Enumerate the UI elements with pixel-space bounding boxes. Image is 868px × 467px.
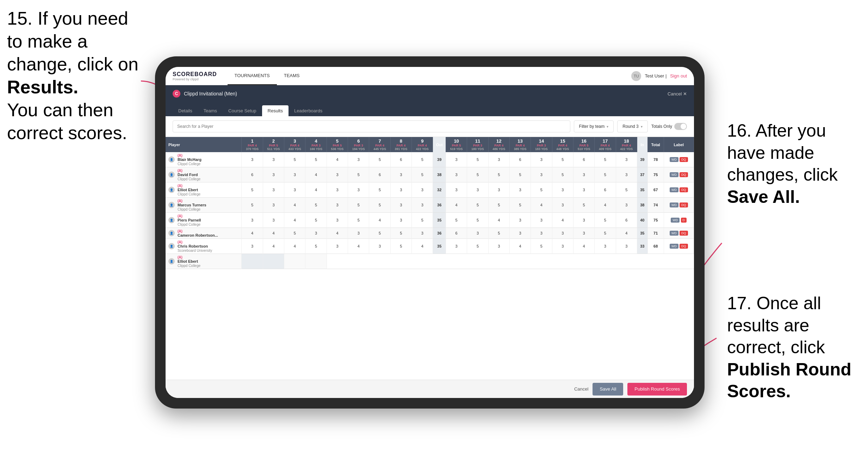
hole-12-score[interactable]: 3: [488, 182, 509, 198]
hole-10-score[interactable]: 6: [446, 228, 467, 239]
hole-18-score[interactable]: 6: [616, 213, 637, 228]
hole-18-score[interactable]: 3: [616, 152, 637, 167]
hole-14-score[interactable]: 3: [531, 167, 552, 182]
hole-9-score[interactable]: 4: [412, 239, 433, 254]
hole-7-score[interactable]: 5: [369, 182, 390, 198]
publish-round-scores-button[interactable]: Publish Round Scores: [627, 383, 687, 396]
search-input[interactable]: [173, 120, 570, 132]
hole-16-score[interactable]: 3: [573, 167, 594, 182]
hole-18-score[interactable]: 3: [616, 239, 637, 254]
hole-17-score[interactable]: 4: [595, 198, 616, 213]
filter-team-button[interactable]: Filter by team ▾: [574, 120, 614, 132]
hole-17-score[interactable]: 5: [595, 167, 616, 182]
hole-3-score[interactable]: 4: [284, 239, 305, 254]
hole-1-score[interactable]: 3: [242, 239, 263, 254]
hole-5-score[interactable]: 3: [327, 198, 348, 213]
hole-17-score[interactable]: 5: [595, 152, 616, 167]
hole-8-score[interactable]: 5: [390, 239, 411, 254]
hole-11-score[interactable]: 5: [467, 152, 488, 167]
hole-9-score[interactable]: 3: [412, 182, 433, 198]
hole-5-score[interactable]: 3: [327, 167, 348, 182]
hole-11-score[interactable]: 3: [467, 182, 488, 198]
wd-button[interactable]: WD: [670, 157, 678, 162]
hole-13-score[interactable]: 5: [509, 167, 531, 182]
hole-1-score[interactable]: 3: [242, 213, 263, 228]
hole-12-score[interactable]: 5: [488, 198, 509, 213]
hole-16-score[interactable]: 5: [573, 198, 594, 213]
dq-button[interactable]: D: [681, 218, 687, 223]
hole-3-score[interactable]: 3: [284, 182, 305, 198]
hole-4-score[interactable]: 5: [305, 198, 327, 213]
hole-14-score[interactable]: 3: [531, 213, 552, 228]
wd-button[interactable]: WD: [670, 231, 678, 236]
hole-12-score[interactable]: 4: [488, 213, 509, 228]
hole-2-score[interactable]: 3: [263, 198, 284, 213]
hole-12-score[interactable]: 3: [488, 152, 509, 167]
hole-14-score[interactable]: 5: [531, 239, 552, 254]
hole-10-score[interactable]: 3: [446, 152, 467, 167]
nav-link-teams[interactable]: TEAMS: [277, 67, 307, 85]
hole-17-score[interactable]: 5: [595, 228, 616, 239]
hole-8-score[interactable]: 3: [390, 198, 411, 213]
hole-6-score[interactable]: 5: [348, 213, 369, 228]
hole-2-score[interactable]: 3: [263, 182, 284, 198]
tab-course-setup[interactable]: Course Setup: [223, 105, 262, 116]
hole-9-score[interactable]: 5: [412, 152, 433, 167]
hole-1-score[interactable]: 6: [242, 167, 263, 182]
hole-6-score[interactable]: 4: [348, 239, 369, 254]
hole-8-score[interactable]: 6: [390, 152, 411, 167]
hole-4-score[interactable]: 5: [305, 213, 327, 228]
hole-4-score[interactable]: 4: [305, 167, 327, 182]
hole-14-score[interactable]: 3: [531, 228, 552, 239]
hole-8-score[interactable]: 5: [390, 228, 411, 239]
hole-7-score[interactable]: 5: [369, 198, 390, 213]
round-selector[interactable]: Round 3 ▾: [617, 120, 647, 132]
hole-9-score[interactable]: 3: [412, 228, 433, 239]
hole-17-score[interactable]: 6: [595, 182, 616, 198]
hole-3-score[interactable]: 3: [284, 167, 305, 182]
hole-1-score[interactable]: 5: [242, 198, 263, 213]
hole-9-score[interactable]: 3: [412, 198, 433, 213]
hole-13-score[interactable]: 3: [509, 228, 531, 239]
hole-4-score[interactable]: 5: [305, 239, 327, 254]
cancel-action-btn[interactable]: Cancel: [574, 386, 588, 392]
hole-7-score[interactable]: 5: [369, 152, 390, 167]
hole-8-score[interactable]: 3: [390, 182, 411, 198]
hole-7-score[interactable]: 5: [369, 228, 390, 239]
hole-7-score[interactable]: 4: [369, 213, 390, 228]
hole-16-score[interactable]: 3: [573, 213, 594, 228]
hole-12-score[interactable]: 3: [488, 239, 509, 254]
hole-10-score[interactable]: 3: [446, 182, 467, 198]
hole-2-score[interactable]: 4: [263, 228, 284, 239]
hole-8-score[interactable]: 3: [390, 167, 411, 182]
hole-5-score[interactable]: 4: [327, 228, 348, 239]
wd-button[interactable]: WD: [671, 218, 680, 223]
hole-3-score[interactable]: 5: [284, 152, 305, 167]
hole-13-score[interactable]: 3: [509, 182, 531, 198]
sign-out-link[interactable]: Sign out: [670, 73, 687, 79]
hole-4-score[interactable]: 5: [305, 152, 327, 167]
hole-6-score[interactable]: 3: [348, 228, 369, 239]
hole-18-score[interactable]: 4: [616, 228, 637, 239]
hole-15-score[interactable]: 5: [552, 167, 573, 182]
hole-10-score[interactable]: 5: [446, 213, 467, 228]
totals-only-toggle[interactable]: Totals Only: [651, 123, 687, 130]
hole-1-score[interactable]: 4: [242, 228, 263, 239]
hole-2-score[interactable]: 3: [263, 152, 284, 167]
hole-18-score[interactable]: 3: [616, 167, 637, 182]
wd-button[interactable]: WD: [670, 244, 678, 249]
hole-3-score[interactable]: 4: [284, 213, 305, 228]
hole-6-score[interactable]: 5: [348, 167, 369, 182]
hole-15-score[interactable]: 4: [552, 213, 573, 228]
hole-5-score[interactable]: 3: [327, 239, 348, 254]
hole-10-score[interactable]: 3: [446, 167, 467, 182]
hole-1-score[interactable]: 3: [242, 152, 263, 167]
hole-13-score[interactable]: 6: [509, 152, 531, 167]
hole-2-score[interactable]: 3: [263, 167, 284, 182]
hole-11-score[interactable]: 3: [467, 228, 488, 239]
hole-16-score[interactable]: 4: [573, 239, 594, 254]
cancel-tournament-btn[interactable]: Cancel ✕: [668, 91, 687, 96]
dq-button[interactable]: DQ: [680, 244, 688, 249]
hole-10-score[interactable]: 4: [446, 198, 467, 213]
wd-button[interactable]: WD: [670, 203, 678, 207]
